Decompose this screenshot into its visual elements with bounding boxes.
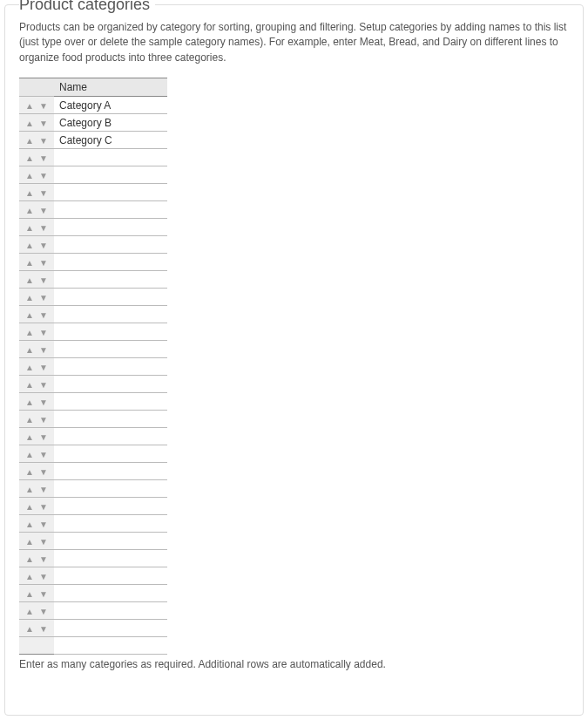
move-up-icon[interactable] [25,102,34,111]
move-down-icon[interactable] [39,503,48,512]
category-name-cell[interactable]: Category B [54,114,167,132]
category-name-cell[interactable] [54,323,167,341]
move-up-icon[interactable] [25,451,34,459]
category-name-cell[interactable]: Category A [54,97,167,114]
move-up-icon[interactable] [25,433,34,442]
move-up-icon[interactable] [25,294,34,302]
category-name-cell[interactable] [54,236,167,254]
category-name-cell[interactable] [54,515,167,533]
category-name-cell[interactable] [54,480,167,498]
move-down-icon[interactable] [39,241,48,250]
move-down-icon[interactable] [39,398,48,407]
move-down-icon[interactable] [39,311,48,320]
category-name-cell[interactable] [54,271,167,289]
category-name-cell[interactable] [54,201,167,219]
move-down-icon[interactable] [39,381,48,390]
category-name-cell[interactable] [54,428,167,445]
move-up-icon[interactable] [25,363,34,372]
move-up-icon[interactable] [25,259,34,268]
move-up-icon[interactable] [25,486,34,494]
move-up-icon[interactable] [25,241,34,250]
move-down-icon[interactable] [39,294,48,302]
category-name-cell[interactable] [54,306,167,323]
move-down-icon[interactable] [39,154,48,163]
move-up-icon[interactable] [25,520,34,529]
move-up-icon[interactable] [25,276,34,285]
category-name-cell[interactable] [54,463,167,480]
move-down-icon[interactable] [39,433,48,442]
move-up-icon[interactable] [25,398,34,407]
move-up-icon[interactable] [25,311,34,320]
move-up-icon[interactable] [25,625,34,634]
move-down-icon[interactable] [39,119,48,128]
category-name-cell[interactable] [54,289,167,306]
table-row [19,463,167,480]
category-name-cell[interactable] [54,341,167,358]
move-up-icon[interactable] [25,555,34,564]
category-name-cell[interactable] [54,498,167,515]
move-down-icon[interactable] [39,329,48,337]
move-up-icon[interactable] [25,468,34,477]
category-name-cell[interactable] [54,411,167,428]
move-up-icon[interactable] [25,329,34,337]
move-up-icon[interactable] [25,538,34,547]
move-down-icon[interactable] [39,520,48,529]
move-up-icon[interactable] [25,503,34,512]
category-name-cell[interactable] [54,585,167,602]
category-name-cell[interactable] [54,567,167,585]
move-up-icon[interactable] [25,119,34,128]
move-down-icon[interactable] [39,451,48,459]
move-up-icon[interactable] [25,573,34,581]
move-up-icon[interactable] [25,416,34,425]
category-name-cell[interactable] [54,358,167,376]
category-name-cell[interactable]: Category C [54,132,167,149]
move-up-icon[interactable] [25,590,34,599]
move-down-icon[interactable] [39,590,48,599]
move-down-icon[interactable] [39,486,48,494]
category-name-cell[interactable] [54,219,167,236]
move-down-icon[interactable] [39,538,48,547]
move-up-icon[interactable] [25,189,34,198]
move-up-icon[interactable] [25,381,34,390]
category-name-cell[interactable] [54,550,167,567]
category-name-cell[interactable] [54,393,167,411]
move-up-icon[interactable] [25,154,34,163]
move-down-icon[interactable] [39,573,48,581]
move-down-icon[interactable] [39,363,48,372]
reorder-cell [19,533,54,550]
table-row [19,620,167,637]
category-name-cell[interactable] [54,376,167,393]
move-up-icon[interactable] [25,608,34,616]
move-down-icon[interactable] [39,276,48,285]
category-name-cell[interactable] [54,184,167,201]
move-down-icon[interactable] [39,189,48,198]
move-up-icon[interactable] [25,207,34,215]
reorder-column-header [19,78,54,97]
category-name-cell[interactable] [54,602,167,620]
move-down-icon[interactable] [39,555,48,564]
move-down-icon[interactable] [39,102,48,111]
category-name-cell[interactable] [54,445,167,463]
move-up-icon[interactable] [25,172,34,180]
move-down-icon[interactable] [39,224,48,233]
table-row [19,184,167,201]
product-categories-panel: Product categories Products can be organ… [4,4,584,716]
table-row [19,533,167,550]
category-name-cell[interactable] [54,254,167,271]
move-down-icon[interactable] [39,608,48,616]
category-name-cell[interactable] [54,166,167,184]
category-name-cell[interactable] [54,533,167,550]
category-name-cell[interactable] [54,149,167,166]
move-down-icon[interactable] [39,468,48,477]
move-down-icon[interactable] [39,172,48,180]
move-down-icon[interactable] [39,625,48,634]
move-up-icon[interactable] [25,137,34,146]
move-down-icon[interactable] [39,346,48,355]
move-down-icon[interactable] [39,259,48,268]
move-down-icon[interactable] [39,207,48,215]
move-up-icon[interactable] [25,346,34,355]
move-down-icon[interactable] [39,416,48,425]
category-name-cell[interactable] [54,620,167,637]
move-down-icon[interactable] [39,137,48,146]
move-up-icon[interactable] [25,224,34,233]
